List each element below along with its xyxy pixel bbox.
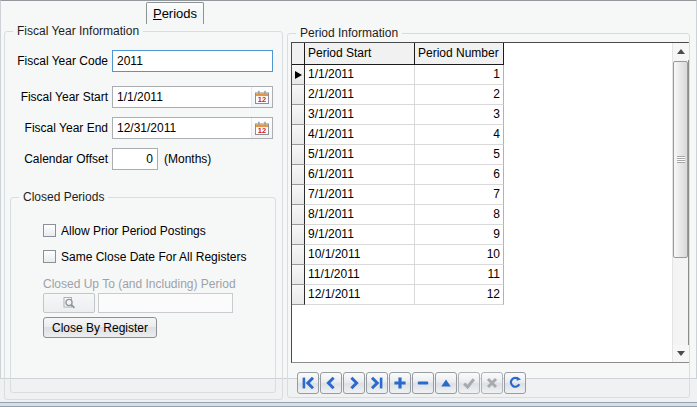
record-navigator xyxy=(297,372,526,394)
grid-vertical-scrollbar[interactable] xyxy=(672,43,688,362)
row-selector[interactable] xyxy=(292,265,305,285)
grid-row[interactable]: 7/1/2011 7 xyxy=(292,185,688,205)
column-header-period-start[interactable]: Period Start xyxy=(305,43,415,65)
window-bottom-border xyxy=(0,402,697,407)
fiscal-year-start-label: Fiscal Year Start xyxy=(4,90,108,104)
close-by-register-button[interactable]: Close By Register xyxy=(43,317,157,338)
cell-period-start: 11/1/2011 xyxy=(305,265,415,285)
fiscal-year-code-label: Fiscal Year Code xyxy=(4,54,108,68)
svg-text:12: 12 xyxy=(258,126,266,135)
row-selector[interactable] xyxy=(292,245,305,265)
fiscal-year-start-calendar-button[interactable]: 12 xyxy=(251,87,272,107)
allow-prior-period-postings-label: Allow Prior Period Postings xyxy=(61,224,206,238)
fiscal-year-information-title: Fiscal Year Information xyxy=(13,24,143,38)
cell-period-number: 6 xyxy=(415,165,504,185)
scroll-down-button[interactable] xyxy=(673,345,689,362)
nav-delete-button[interactable] xyxy=(412,372,434,394)
tab-periods[interactable]: Periods xyxy=(146,2,204,24)
allow-prior-period-postings-checkbox[interactable] xyxy=(43,224,56,237)
svg-text:12: 12 xyxy=(258,95,266,104)
last-record-icon xyxy=(370,376,384,390)
grid-row[interactable]: 1/1/2011 1 xyxy=(292,65,688,85)
nav-insert-button[interactable] xyxy=(389,372,411,394)
closed-up-to-label: Closed Up To (and Including) Period xyxy=(43,277,236,291)
cell-period-number: 4 xyxy=(415,125,504,145)
nav-prior-button[interactable] xyxy=(320,372,342,394)
grid-row[interactable]: 8/1/2011 8 xyxy=(292,205,688,225)
row-selector[interactable] xyxy=(292,145,305,165)
edit-record-icon xyxy=(439,376,453,390)
row-selector[interactable] xyxy=(292,205,305,225)
grid-row[interactable]: 9/1/2011 9 xyxy=(292,225,688,245)
insert-record-icon xyxy=(393,376,407,390)
cell-period-number: 9 xyxy=(415,225,504,245)
calendar-offset-input[interactable] xyxy=(112,148,158,170)
cell-period-start: 6/1/2011 xyxy=(305,165,415,185)
cell-period-start: 12/1/2011 xyxy=(305,285,415,305)
prior-record-icon xyxy=(324,376,338,390)
closed-up-to-period-input[interactable] xyxy=(98,293,233,313)
periods-grid[interactable]: Period Start Period Number 1/1/2011 1 2/… xyxy=(291,42,689,363)
grid-row[interactable]: 5/1/2011 5 xyxy=(292,145,688,165)
cell-period-number: 1 xyxy=(415,65,504,85)
cell-period-start: 9/1/2011 xyxy=(305,225,415,245)
nav-last-button[interactable] xyxy=(366,372,388,394)
cell-period-number: 5 xyxy=(415,145,504,165)
scrollbar-grip-icon xyxy=(677,156,685,163)
calendar-icon: 12 xyxy=(254,90,270,105)
grid-row[interactable]: 4/1/2011 4 xyxy=(292,125,688,145)
cell-period-start: 2/1/2011 xyxy=(305,85,415,105)
row-selector[interactable] xyxy=(292,165,305,185)
nav-refresh-button[interactable] xyxy=(504,372,526,394)
fiscal-year-end-value[interactable] xyxy=(113,118,251,138)
scroll-up-button[interactable] xyxy=(673,43,689,60)
grid-row[interactable]: 6/1/2011 6 xyxy=(292,165,688,185)
cell-period-number: 7 xyxy=(415,185,504,205)
cell-period-start: 5/1/2011 xyxy=(305,145,415,165)
post-edit-icon xyxy=(462,376,476,390)
calendar-offset-suffix: (Months) xyxy=(164,152,211,166)
row-selector[interactable] xyxy=(292,125,305,145)
cell-period-number: 10 xyxy=(415,245,504,265)
cancel-edit-icon xyxy=(485,376,499,390)
periods-screen: { "tab": { "label": "Periods", "underlin… xyxy=(0,0,697,407)
cell-period-number: 12 xyxy=(415,285,504,305)
first-record-icon xyxy=(301,376,315,390)
nav-post-button[interactable] xyxy=(458,372,480,394)
nav-first-button[interactable] xyxy=(297,372,319,394)
row-selector[interactable] xyxy=(292,185,305,205)
grid-row[interactable]: 11/1/2011 11 xyxy=(292,265,688,285)
grid-row[interactable]: 10/1/2011 10 xyxy=(292,245,688,265)
same-close-date-checkbox[interactable] xyxy=(43,250,56,263)
magnifier-icon xyxy=(62,296,77,311)
column-header-period-number[interactable]: Period Number xyxy=(415,43,504,65)
fiscal-year-start-value[interactable] xyxy=(113,87,251,107)
cell-period-start: 10/1/2011 xyxy=(305,245,415,265)
cell-period-start: 3/1/2011 xyxy=(305,105,415,125)
row-selector[interactable] xyxy=(292,85,305,105)
fiscal-year-end-calendar-button[interactable]: 12 xyxy=(251,118,272,138)
fiscal-year-code-input[interactable] xyxy=(112,50,273,72)
current-row-indicator xyxy=(292,65,305,85)
nav-edit-button[interactable] xyxy=(435,372,457,394)
cell-period-number: 3 xyxy=(415,105,504,125)
cell-period-start: 8/1/2011 xyxy=(305,205,415,225)
grid-row[interactable]: 12/1/2011 12 xyxy=(292,285,688,305)
row-selector[interactable] xyxy=(292,285,305,305)
grid-row[interactable]: 3/1/2011 3 xyxy=(292,105,688,125)
row-selector[interactable] xyxy=(292,105,305,125)
fiscal-year-end-input[interactable]: 12 xyxy=(112,117,273,139)
current-row-arrow-icon xyxy=(295,71,302,79)
grid-row[interactable]: 2/1/2011 2 xyxy=(292,85,688,105)
cell-period-number: 8 xyxy=(415,205,504,225)
grid-header-row: Period Start Period Number xyxy=(292,43,688,65)
cell-period-number: 11 xyxy=(415,265,504,285)
nav-cancel-button[interactable] xyxy=(481,372,503,394)
grid-selector-header xyxy=(292,43,305,65)
cell-period-number: 2 xyxy=(415,85,504,105)
row-selector[interactable] xyxy=(292,225,305,245)
scrollbar-thumb[interactable] xyxy=(673,61,688,258)
closed-up-to-lookup-button[interactable] xyxy=(43,293,95,313)
nav-next-button[interactable] xyxy=(343,372,365,394)
fiscal-year-start-input[interactable]: 12 xyxy=(112,86,273,108)
